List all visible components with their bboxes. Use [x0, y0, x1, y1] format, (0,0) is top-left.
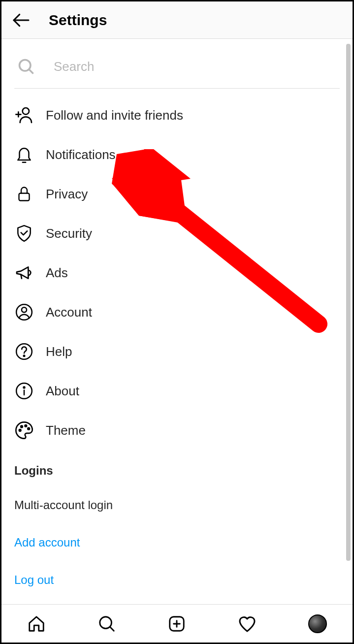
add-person-icon — [14, 105, 34, 125]
search-input[interactable] — [54, 59, 338, 74]
menu-item-help[interactable]: Help — [14, 332, 340, 371]
search-row[interactable] — [14, 41, 340, 89]
svg-rect-7 — [19, 193, 30, 201]
menu-item-security[interactable]: Security — [14, 214, 340, 253]
logins-section-title: Logins — [14, 450, 340, 486]
svg-point-3 — [23, 108, 29, 114]
menu-label: Follow and invite friends — [46, 108, 183, 123]
menu-label: Theme — [46, 423, 86, 438]
settings-menu: Follow and invite friends Notifications … — [14, 89, 340, 450]
home-icon — [27, 614, 46, 633]
svg-point-10 — [22, 307, 27, 312]
svg-point-19 — [28, 428, 30, 430]
nav-new-post[interactable] — [165, 612, 189, 636]
question-circle-icon — [14, 342, 34, 361]
search-icon — [97, 614, 116, 633]
menu-item-follow-invite[interactable]: Follow and invite friends — [14, 96, 340, 135]
settings-content[interactable]: Follow and invite friends Notifications … — [1, 41, 353, 604]
svg-line-8 — [21, 274, 22, 278]
multi-account-login[interactable]: Multi-account login — [14, 486, 340, 524]
back-arrow-icon — [11, 10, 31, 30]
scrollbar[interactable] — [346, 44, 351, 561]
avatar-icon — [308, 614, 327, 633]
heart-icon — [237, 614, 257, 634]
nav-profile[interactable] — [306, 612, 329, 636]
header-bar: Settings — [1, 1, 353, 39]
menu-item-notifications[interactable]: Notifications — [14, 135, 340, 174]
menu-item-about[interactable]: About — [14, 371, 340, 411]
person-circle-icon — [14, 302, 34, 322]
menu-label: About — [46, 384, 79, 399]
menu-label: Account — [46, 305, 92, 320]
shield-icon — [14, 224, 34, 243]
menu-label: Notifications — [46, 147, 116, 162]
menu-item-theme[interactable]: Theme — [14, 411, 340, 450]
palette-icon — [14, 420, 34, 440]
nav-home[interactable] — [25, 612, 48, 636]
menu-label: Ads — [46, 265, 68, 281]
svg-point-16 — [19, 429, 21, 431]
svg-line-23 — [110, 627, 114, 631]
menu-item-ads[interactable]: Ads — [14, 253, 340, 292]
add-account-link[interactable]: Add account — [14, 524, 340, 561]
menu-label: Privacy — [46, 187, 88, 202]
menu-label: Security — [46, 226, 92, 241]
svg-point-17 — [21, 426, 23, 428]
bottom-nav — [1, 604, 353, 643]
menu-item-privacy[interactable]: Privacy — [14, 174, 340, 214]
back-button[interactable] — [8, 7, 34, 33]
lock-icon — [14, 184, 34, 204]
megaphone-icon — [14, 263, 34, 283]
info-circle-icon — [14, 381, 34, 401]
plus-square-icon — [167, 614, 186, 633]
logout-link[interactable]: Log out — [14, 561, 340, 599]
nav-search[interactable] — [95, 612, 119, 636]
bell-icon — [14, 145, 34, 164]
nav-activity[interactable] — [235, 612, 259, 636]
menu-label: Help — [46, 344, 72, 359]
menu-item-account[interactable]: Account — [14, 292, 340, 332]
search-icon — [16, 57, 36, 76]
svg-point-18 — [25, 425, 27, 427]
svg-line-2 — [29, 69, 33, 73]
svg-point-14 — [24, 386, 25, 388]
page-title: Settings — [49, 12, 107, 29]
svg-point-12 — [24, 355, 25, 356]
